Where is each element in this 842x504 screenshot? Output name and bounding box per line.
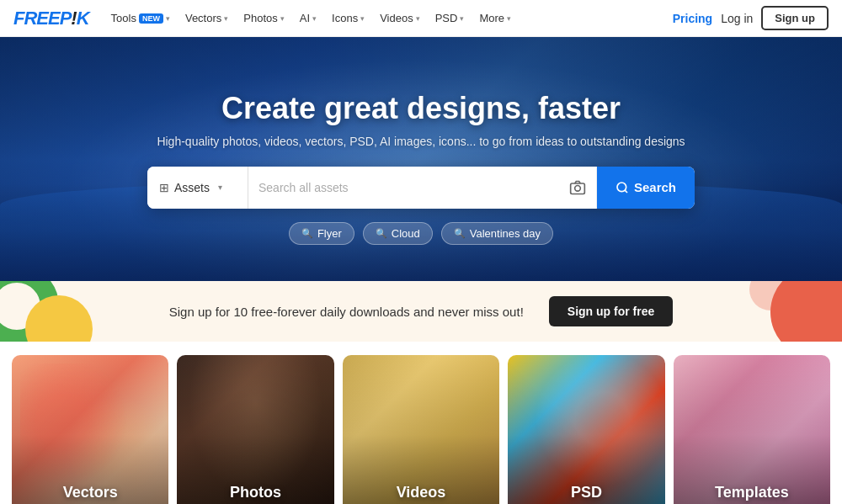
category-card-psd[interactable]: PSD [508,355,664,504]
nav-label-icons: Icons [332,12,358,24]
svg-point-1 [575,185,581,191]
nav-pricing-link[interactable]: Pricing [673,12,712,25]
chevron-down-icon: ▾ [507,14,511,23]
chevron-down-icon: ▾ [224,14,228,23]
nav-signup-button[interactable]: Sign up [761,6,829,30]
nav-item-vectors[interactable]: Vectors ▾ [179,8,235,28]
category-vectors-bg [12,355,168,504]
search-button[interactable]: Search [597,167,695,209]
hero-content: Create great designs, faster High-qualit… [0,74,842,245]
svg-line-3 [625,190,627,193]
search-tag-flyer[interactable]: 🔍 Flyer [289,222,354,245]
signup-banner: Sign up for 10 free-forever daily downlo… [0,281,842,342]
category-label-vectors: Vectors [12,484,168,501]
categories-section: Vectors Photos Videos PSD Templates [0,342,842,504]
search-tag-icon: 🔍 [301,228,313,239]
nav-item-psd[interactable]: PSD ▾ [429,8,472,28]
camera-search-icon[interactable] [559,167,597,209]
nav-label-psd: PSD [435,12,458,24]
search-input[interactable] [248,167,559,209]
chevron-down-icon: ▾ [280,14,285,23]
category-photos-bg [177,355,333,504]
category-card-videos[interactable]: Videos [343,355,499,504]
chevron-down-icon: ▾ [416,14,420,23]
search-tag-label-flyer: Flyer [317,227,342,240]
search-tag-label-valentines: Valentines day [470,227,541,240]
chevron-down-icon: ▾ [312,14,317,23]
category-psd-bg [508,355,664,504]
search-tag-valentines[interactable]: 🔍 Valentines day [441,222,553,245]
chevron-down-icon: ▾ [218,183,222,192]
search-tag-label-cloud: Cloud [392,227,420,240]
nav-label-videos: Videos [380,12,413,24]
banner-decoration-left [0,281,135,342]
search-tag-cloud[interactable]: 🔍 Cloud [363,222,433,245]
banner-signup-button[interactable]: Sign up for free [549,296,673,326]
search-tag-icon: 🔍 [454,228,466,239]
search-category-dropdown[interactable]: ⊞ Assets ▾ [147,167,248,209]
search-icon [616,181,629,194]
svg-point-2 [617,183,626,192]
nav-right: Pricing Log in Sign up [673,6,829,30]
category-card-photos[interactable]: Photos [177,355,333,504]
banner-decoration-right [707,281,842,342]
assets-icon: ⊞ [159,181,169,194]
logo[interactable]: FREEP!K [13,8,89,29]
search-bar: ⊞ Assets ▾ Search [147,167,695,209]
nav-item-icons[interactable]: Icons ▾ [325,8,371,28]
navbar: FREEP!K Tools NEW ▾ Vectors ▾ Photos ▾ A… [0,0,842,37]
chevron-down-icon: ▾ [166,14,170,23]
chevron-down-icon: ▾ [460,14,464,23]
hero-section: Create great designs, faster High-qualit… [0,37,842,281]
hero-title: Create great designs, faster [17,91,825,126]
search-button-label: Search [634,180,676,194]
nav-label-ai: AI [300,12,310,24]
nav-label-vectors: Vectors [185,12,221,24]
banner-text: Sign up for 10 free-forever daily downlo… [169,305,524,319]
nav-login-link[interactable]: Log in [721,12,753,25]
chevron-down-icon: ▾ [360,14,365,23]
nav-label-more: More [479,12,504,24]
red-circle-decoration [770,281,842,342]
category-label-videos: Videos [343,484,499,501]
search-tag-icon: 🔍 [376,228,387,239]
nav-item-ai[interactable]: AI ▾ [293,8,323,28]
category-videos-bg [343,355,499,504]
category-label: Assets [174,181,210,194]
nav-item-more[interactable]: More ▾ [472,8,518,28]
nav-item-videos[interactable]: Videos ▾ [373,8,427,28]
category-label-psd: PSD [508,484,664,501]
category-label-templates: Templates [674,484,830,501]
hero-subtitle: High-quality photos, videos, vectors, PS… [17,135,825,148]
search-tags: 🔍 Flyer 🔍 Cloud 🔍 Valentines day [17,222,825,245]
nav-items: Tools NEW ▾ Vectors ▾ Photos ▾ AI ▾ Icon… [104,8,673,28]
nav-label-photos: Photos [243,12,277,24]
category-label-photos: Photos [177,484,333,501]
category-card-templates[interactable]: Templates [674,355,830,504]
nav-item-tools[interactable]: Tools NEW ▾ [104,8,177,28]
nav-badge-new: NEW [139,13,163,24]
nav-label-tools: Tools [111,12,136,24]
nav-item-photos[interactable]: Photos ▾ [237,8,290,28]
category-templates-bg [674,355,830,504]
category-card-vectors[interactable]: Vectors [12,355,168,504]
